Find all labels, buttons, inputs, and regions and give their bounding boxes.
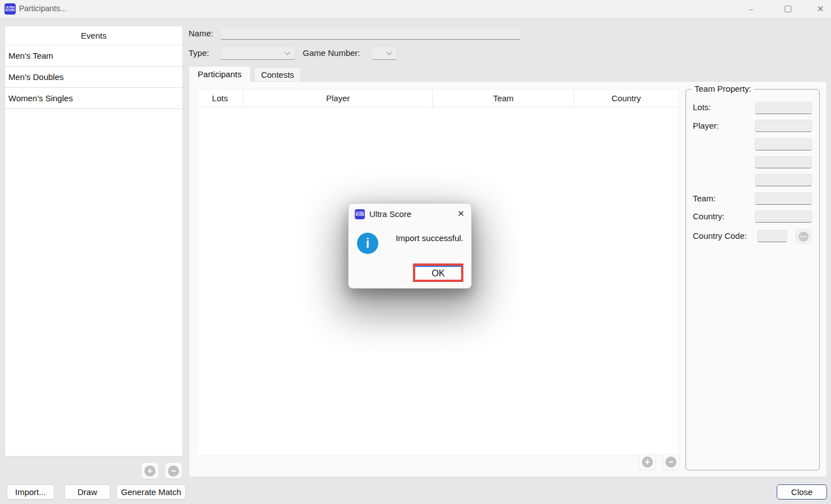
sidebar-item-womens-singles[interactable]: Women's Singles	[5, 88, 182, 109]
dialog-titlebar: ULTRA SCORE Ultra Score ✕	[349, 204, 471, 225]
import-button[interactable]: Import...	[7, 484, 54, 500]
app-logo-line2: SCORE	[355, 214, 364, 217]
generate-match-button[interactable]: Generate Match	[116, 484, 186, 500]
close-button[interactable]: Close	[777, 484, 827, 500]
window-title: Participants...	[19, 4, 67, 13]
remove-event-button[interactable]: −	[165, 463, 182, 479]
country-code-browse-button[interactable]: ●●●	[796, 229, 811, 244]
game-number-select[interactable]	[371, 46, 397, 60]
minus-icon: −	[168, 465, 179, 477]
column-header-lots: Lots	[197, 90, 243, 107]
tab-contests[interactable]: Contests	[254, 67, 301, 82]
column-header-team: Team	[433, 90, 574, 107]
country-code-label: Country Code:	[693, 231, 747, 241]
team-property-group: Team Property: Lots: Player: Team: Count…	[686, 89, 820, 470]
add-participant-button[interactable]: +	[639, 454, 656, 470]
ellipsis-icon: ●●●	[799, 232, 809, 242]
type-label: Type:	[189, 48, 209, 58]
minimize-button[interactable]: –	[740, 0, 762, 18]
lots-label: Lots:	[693, 102, 711, 112]
plus-icon: +	[144, 465, 156, 477]
game-number-label: Game Number:	[303, 48, 360, 58]
name-label: Name:	[189, 29, 213, 38]
app-logo-icon: ULTRA SCORE	[355, 209, 365, 219]
info-icon-glyph: i	[366, 236, 369, 251]
import-result-dialog: ULTRA SCORE Ultra Score ✕ i Import succe…	[348, 203, 472, 289]
events-panel: Events Men's Team Men's Doubles Women's …	[4, 26, 183, 456]
player2-input[interactable]	[755, 138, 812, 150]
dialog-message: Import successful.	[396, 233, 463, 243]
table-header-row: Lots Player Team Country	[197, 90, 678, 107]
maximize-icon	[785, 6, 791, 12]
plus-icon: +	[642, 456, 653, 468]
type-select[interactable]	[220, 46, 295, 60]
player4-input[interactable]	[755, 174, 812, 186]
participants-tab-panel: Lots Player Team Country + − Team Proper…	[189, 81, 827, 477]
remove-participant-button[interactable]: −	[663, 454, 679, 470]
team-input[interactable]	[755, 192, 812, 205]
window-close-button[interactable]: ✕	[809, 0, 831, 18]
country-input[interactable]	[755, 210, 812, 223]
chevron-down-icon	[285, 49, 290, 55]
window-close-icon: ✕	[817, 4, 824, 14]
window-titlebar: ULTRA SCORE Participants... – ✕	[0, 0, 831, 18]
column-header-player: Player	[243, 90, 433, 107]
name-input[interactable]	[220, 26, 521, 40]
add-event-button[interactable]: +	[142, 463, 158, 479]
maximize-button[interactable]	[777, 0, 799, 18]
dialog-title: Ultra Score	[369, 209, 411, 219]
sidebar-item-mens-team[interactable]: Men's Team	[5, 45, 182, 67]
player3-input[interactable]	[755, 156, 812, 168]
chevron-down-icon	[387, 49, 392, 55]
dialog-close-button[interactable]: ✕	[457, 209, 464, 219]
sidebar-item-mens-doubles[interactable]: Men's Doubles	[5, 67, 182, 88]
team-property-legend: Team Property:	[692, 84, 754, 93]
minus-icon: −	[665, 456, 677, 468]
ok-button[interactable]: OK	[415, 266, 461, 280]
dialog-close-icon: ✕	[457, 209, 464, 218]
player-label: Player:	[693, 121, 719, 130]
country-code-input[interactable]	[757, 230, 787, 242]
player1-input[interactable]	[755, 120, 812, 132]
column-header-country: Country	[574, 90, 678, 107]
app-logo-line2: SCORE	[5, 9, 15, 12]
ok-button-highlight: OK	[413, 263, 463, 282]
app-logo-icon: ULTRA SCORE	[4, 3, 16, 15]
tab-participants[interactable]: Participants	[189, 66, 251, 82]
team-label: Team:	[693, 194, 716, 203]
country-label: Country:	[693, 211, 725, 221]
minimize-icon: –	[749, 4, 753, 13]
info-icon: i	[357, 233, 378, 254]
lots-input[interactable]	[755, 102, 812, 114]
draw-button[interactable]: Draw	[64, 484, 110, 500]
events-header: Events	[5, 26, 182, 45]
